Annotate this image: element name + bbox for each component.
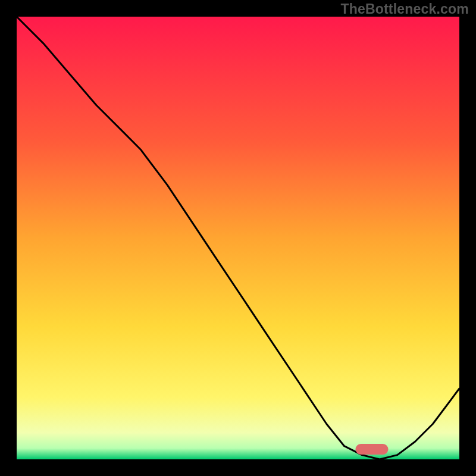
minimum-marker: [356, 444, 389, 455]
chart-svg: [0, 0, 476, 476]
plot-area: [17, 17, 459, 459]
chart-frame: TheBottleneck.com: [0, 0, 476, 476]
